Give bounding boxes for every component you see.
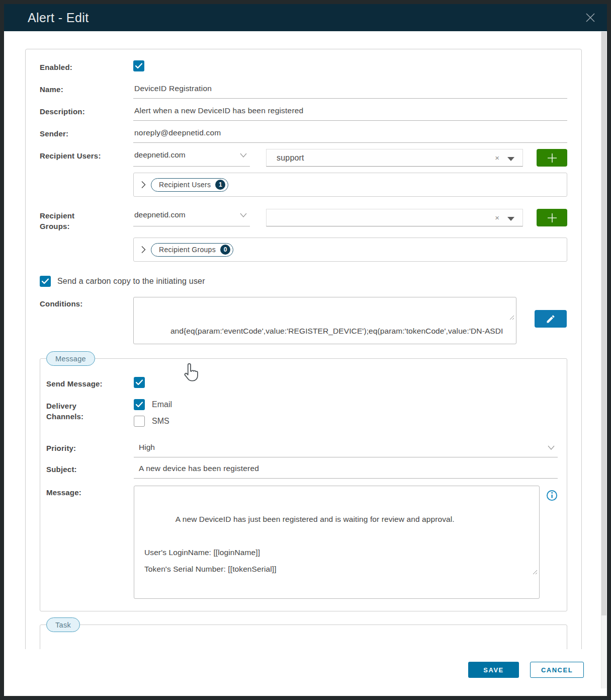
- task-section-pill: Task: [46, 617, 80, 632]
- sender-label: Sender:: [40, 127, 133, 139]
- add-recipient-group-button[interactable]: [537, 209, 567, 226]
- sms-checkbox[interactable]: [134, 416, 145, 427]
- email-checkbox[interactable]: [134, 399, 145, 410]
- channel-email-option: Email: [134, 399, 558, 410]
- chevron-down-icon: [240, 213, 247, 217]
- conditions-label: Conditions:: [40, 297, 133, 309]
- recipient-groups-domain-value: deepnetid.com: [134, 210, 240, 220]
- edit-conditions-button[interactable]: [535, 310, 567, 328]
- priority-value: High: [139, 442, 548, 452]
- plus-icon: [547, 152, 558, 164]
- subject-input[interactable]: A new device has been registered: [134, 462, 558, 479]
- delivery-channels-row: Delivery Channels: Email SMS: [46, 399, 558, 432]
- scrollbar-track[interactable]: [601, 32, 606, 688]
- conditions-textarea[interactable]: and{eq(param:'eventCode',value:'REGISTER…: [133, 297, 516, 344]
- resize-grip-icon[interactable]: [497, 547, 538, 597]
- sender-row: Sender: noreply@deepnetid.com: [40, 127, 567, 143]
- recipient-users-pill-label: Recipient Users: [159, 181, 211, 189]
- subject-label: Subject:: [46, 462, 134, 475]
- email-option-label: Email: [152, 400, 172, 409]
- enabled-checkbox[interactable]: [133, 60, 144, 71]
- cc-checkbox[interactable]: [40, 276, 51, 287]
- alert-form-card: Enabled: Name: DeviceID Registration Des…: [25, 49, 582, 649]
- recipient-users-combobox[interactable]: support ×: [266, 149, 523, 167]
- info-icon[interactable]: [546, 490, 558, 503]
- channel-sms-option: SMS: [134, 416, 558, 427]
- expand-chevron-icon[interactable]: [141, 181, 146, 189]
- recipient-users-domain-value: deepnetid.com: [134, 150, 240, 160]
- modal-footer: SAVE CANCEL: [4, 649, 607, 696]
- send-message-label: Send Message:: [46, 377, 134, 389]
- name-input[interactable]: DeviceID Registration: [133, 83, 567, 99]
- recipient-groups-combobox[interactable]: ×: [266, 209, 523, 226]
- description-row: Description: Alert when a new DeviceID h…: [40, 105, 567, 121]
- name-row: Name: DeviceID Registration: [40, 83, 567, 99]
- enabled-row: Enabled:: [40, 60, 567, 72]
- pencil-icon: [546, 314, 556, 324]
- cancel-button[interactable]: CANCEL: [530, 662, 584, 678]
- enabled-label: Enabled:: [40, 60, 133, 72]
- save-button[interactable]: SAVE: [468, 662, 519, 678]
- recipient-users-row: Recipient Users: deepnetid.com support ×: [40, 149, 567, 167]
- message-body-label: Message:: [46, 486, 134, 498]
- expand-chevron-icon[interactable]: [141, 246, 146, 254]
- task-section: Task Execute Task:: [40, 625, 567, 649]
- scrollbar-thumb[interactable]: [601, 32, 606, 615]
- clear-icon[interactable]: ×: [490, 153, 504, 162]
- message-section-pill: Message: [46, 351, 95, 366]
- plus-icon: [547, 212, 558, 223]
- modal-header: Alert - Edit: [4, 4, 607, 31]
- recipient-groups-row: Recipient Groups: deepnetid.com ×: [40, 209, 567, 231]
- dropdown-arrow-icon[interactable]: [507, 157, 514, 161]
- cc-label: Send a carbon copy to the initiating use…: [57, 277, 205, 286]
- modal-body-scroll-area: Enabled: Name: DeviceID Registration Des…: [4, 31, 607, 649]
- priority-select[interactable]: High: [134, 441, 558, 457]
- dropdown-arrow-icon[interactable]: [507, 217, 514, 221]
- recipient-users-count-badge: 1: [215, 180, 225, 190]
- recipient-groups-expander-row: Recipient Groups 0: [40, 238, 567, 262]
- description-label: Description:: [40, 105, 133, 117]
- recipient-users-domain-select[interactable]: deepnetid.com: [133, 149, 250, 167]
- alert-edit-modal: Alert - Edit Enabled: Name: DeviceID Reg…: [4, 4, 607, 696]
- message-textarea[interactable]: A new DeviceID has just been registered …: [134, 486, 540, 599]
- cc-row: Send a carbon copy to the initiating use…: [40, 276, 567, 287]
- add-recipient-user-button[interactable]: [537, 149, 567, 167]
- recipient-groups-pill-label: Recipient Groups: [159, 246, 216, 254]
- sms-option-label: SMS: [152, 417, 169, 426]
- subject-row: Subject: A new device has been registere…: [46, 462, 558, 479]
- recipient-users-expander: Recipient Users 1: [133, 173, 567, 197]
- message-section: Message Send Message: Delivery Channels:: [40, 358, 567, 611]
- send-message-row: Send Message:: [46, 377, 558, 389]
- recipient-groups-expander: Recipient Groups 0: [133, 238, 567, 262]
- name-label: Name:: [40, 83, 133, 95]
- delivery-channels-label: Delivery Channels:: [46, 399, 134, 422]
- conditions-row: Conditions: and{eq(param:'eventCode',val…: [40, 297, 567, 344]
- send-message-checkbox[interactable]: [134, 377, 145, 388]
- resize-grip-icon[interactable]: [478, 297, 514, 342]
- priority-row: Priority: High: [46, 441, 558, 457]
- recipient-users-expander-row: Recipient Users 1: [40, 173, 567, 197]
- description-input[interactable]: Alert when a new DeviceID has been regis…: [133, 105, 567, 121]
- message-body-row: Message: A new DeviceID has just been re…: [46, 486, 558, 599]
- priority-label: Priority:: [46, 441, 134, 453]
- recipient-users-pill[interactable]: Recipient Users 1: [151, 178, 228, 192]
- clear-icon[interactable]: ×: [490, 213, 504, 222]
- recipient-users-selection: support: [277, 153, 490, 163]
- recipient-groups-count-badge: 0: [220, 245, 230, 255]
- sender-input[interactable]: noreply@deepnetid.com: [133, 127, 567, 143]
- chevron-down-icon: [240, 153, 247, 158]
- recipient-groups-domain-select[interactable]: deepnetid.com: [133, 209, 250, 226]
- chevron-down-icon: [548, 445, 555, 450]
- recipient-groups-label: Recipient Groups:: [40, 209, 133, 231]
- modal-title: Alert - Edit: [28, 11, 89, 25]
- recipient-users-label: Recipient Users:: [40, 149, 133, 161]
- close-icon[interactable]: [584, 11, 597, 24]
- recipient-groups-pill[interactable]: Recipient Groups 0: [151, 243, 233, 257]
